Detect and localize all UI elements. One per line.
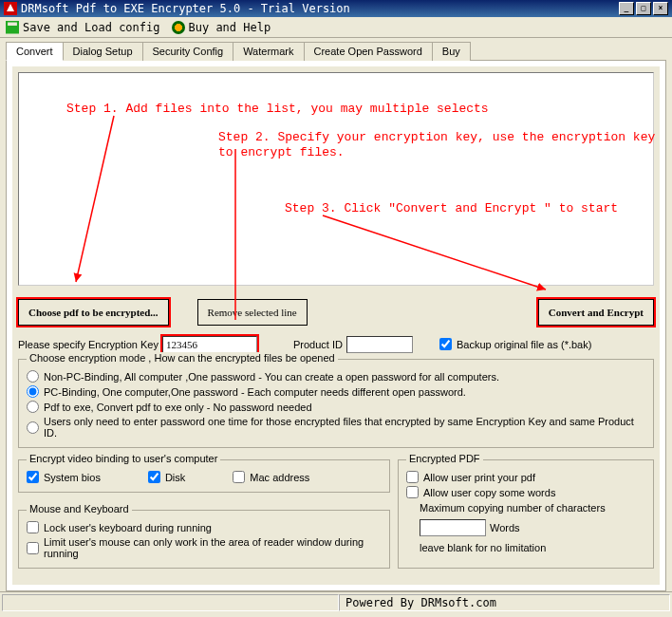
- mode-non-pc-binding[interactable]: Non-PC-Binding, All computer ,One passwo…: [27, 370, 645, 383]
- help-icon: [172, 21, 185, 34]
- button-row: Choose pdf to be encrypted... Remove sel…: [18, 299, 654, 326]
- encrypted-pdf-group: Encrypted PDF Allow user print your pdf …: [398, 459, 654, 569]
- lock-keyboard-checkbox[interactable]: Lock user's keyboard during running: [27, 521, 382, 533]
- binding-group: Encrypt video binding to user's computer…: [18, 459, 390, 493]
- save-config-button[interactable]: Save and Load config: [6, 21, 160, 34]
- svg-line-2: [323, 215, 546, 290]
- step2-text-line2: to encrypt files.: [218, 145, 345, 159]
- epdf-legend: Encrypted PDF: [406, 453, 483, 464]
- allow-print-checkbox[interactable]: Allow user print your pdf: [406, 471, 645, 483]
- key-label: Please specify Encryption Key: [18, 339, 159, 350]
- status-left: [2, 594, 339, 611]
- step2-text-line1: Step 2. Specify your encryption key, use…: [218, 130, 655, 144]
- product-id-label: Product ID: [293, 339, 343, 350]
- toolbar: Save and Load config Buy and Help: [0, 17, 672, 38]
- mode-one-time-password[interactable]: Users only need to enter password one ti…: [27, 416, 645, 439]
- save-icon: [6, 21, 19, 34]
- panel: Step 1. Add files into the list, you may…: [6, 60, 666, 591]
- tab-dialog-setup[interactable]: Dialog Setup: [63, 42, 143, 61]
- maximize-button[interactable]: □: [636, 2, 651, 15]
- tab-buy[interactable]: Buy: [432, 42, 471, 61]
- mk-legend: Mouse and Keyboard: [27, 503, 132, 514]
- tab-bar: Convert Dialog Setup Security Config Wat…: [0, 41, 672, 60]
- mode-pc-binding[interactable]: PC-Binding, One computer,One password - …: [27, 385, 645, 398]
- tab-convert[interactable]: Convert: [6, 42, 64, 61]
- status-text: Powered By DRMsoft.com: [339, 594, 670, 611]
- key-row: Please specify Encryption Key Product ID…: [18, 335, 654, 353]
- tab-create-open-password[interactable]: Create Open Password: [304, 42, 433, 61]
- svg-line-0: [76, 116, 114, 282]
- max-copy-label: Maximum copying number of characters: [420, 502, 645, 514]
- remove-line-button[interactable]: Remove selected line: [197, 299, 308, 326]
- buy-help-button[interactable]: Buy and Help: [172, 21, 271, 34]
- bios-checkbox[interactable]: System bios: [27, 471, 101, 483]
- mode-legend: Choose encryption mode , How can the enc…: [27, 352, 338, 364]
- mode-pdf-to-exe[interactable]: Pdf to exe, Convert pdf to exe only - No…: [27, 401, 645, 413]
- product-id-input[interactable]: [346, 336, 413, 353]
- choose-pdf-button[interactable]: Choose pdf to be encrypted...: [18, 299, 169, 326]
- tab-watermark[interactable]: Watermark: [233, 42, 304, 61]
- words-label: Words: [490, 522, 520, 533]
- instruction-diagram: Step 1. Add files into the list, you may…: [18, 72, 654, 286]
- mouse-keyboard-group: Mouse and Keyboard Lock user's keyboard …: [18, 510, 390, 569]
- encryption-key-input[interactable]: [162, 336, 257, 353]
- step1-text: Step 1. Add files into the list, you may…: [66, 102, 489, 116]
- step3-text: Step 3. Click "Convert and Encrypt " to …: [285, 201, 618, 215]
- limit-mouse-checkbox[interactable]: Limit user's mouse can only work in the …: [27, 536, 382, 559]
- encryption-mode-group: Choose encryption mode , How can the enc…: [18, 359, 654, 448]
- leave-blank-label: leave blank for no limitation: [420, 542, 645, 553]
- titlebar: DRMsoft Pdf to EXE Encrypter 5.0 - Trial…: [0, 0, 672, 17]
- window-title: DRMsoft Pdf to EXE Encrypter 5.0 - Trial…: [21, 2, 350, 15]
- tab-security-config[interactable]: Security Config: [142, 42, 234, 61]
- close-button[interactable]: ×: [653, 2, 668, 15]
- backup-checkbox[interactable]: Backup original file as (*.bak): [439, 338, 591, 350]
- disk-checkbox[interactable]: Disk: [148, 471, 185, 483]
- mac-checkbox[interactable]: Mac address: [233, 471, 309, 483]
- allow-copy-checkbox[interactable]: Allow user copy some words: [406, 486, 645, 498]
- minimize-button[interactable]: _: [619, 2, 634, 15]
- app-icon: [4, 2, 17, 15]
- statusbar: Powered By DRMsoft.com: [0, 591, 672, 613]
- binding-legend: Encrypt video binding to user's computer: [27, 453, 220, 464]
- max-copy-input[interactable]: [420, 519, 486, 536]
- convert-encrypt-button[interactable]: Convert and Encrypt: [538, 299, 654, 326]
